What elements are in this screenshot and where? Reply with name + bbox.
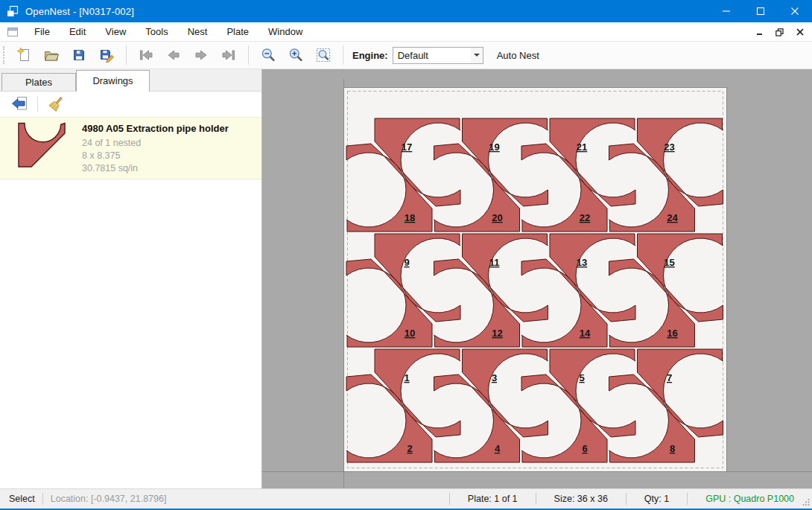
svg-text:20: 20 [492, 212, 502, 223]
nest-canvas[interactable]: 182022241719212310121416911131524681357 [262, 69, 812, 488]
go-previous-button[interactable] [162, 44, 185, 66]
drawing-title: 4980 A05 Extraction pipe holder [82, 123, 229, 134]
svg-text:9: 9 [404, 257, 409, 268]
drawing-list-item[interactable]: 4980 A05 Extraction pipe holder 24 of 1 … [0, 117, 261, 179]
toolbar-separator [37, 96, 38, 112]
svg-text:2: 2 [407, 443, 412, 454]
go-next-button[interactable] [190, 44, 212, 66]
zoom-fit-button[interactable] [312, 44, 334, 66]
resize-grip[interactable] [802, 497, 811, 506]
status-separator [626, 493, 627, 505]
go-last-icon [221, 47, 237, 63]
svg-text:4: 4 [495, 443, 501, 454]
sidebar: PlatesDrawings [0, 69, 262, 488]
status-qty: Qty: 1 [634, 494, 679, 504]
svg-text:10: 10 [405, 328, 415, 339]
toolbar-separator [343, 45, 343, 65]
drawings-toolbar [0, 92, 261, 117]
auto-nest-button[interactable]: Auto Nest [492, 47, 544, 64]
menu-nest[interactable]: Nest [178, 23, 218, 40]
open-button[interactable] [40, 44, 63, 66]
svg-text:7: 7 [667, 372, 672, 383]
svg-text:1: 1 [404, 372, 409, 383]
return-drawing-icon [10, 95, 28, 113]
svg-text:8: 8 [670, 443, 675, 454]
document-system-icon[interactable] [7, 27, 19, 37]
status-mode: Select [9, 494, 35, 504]
engine-combobox[interactable]: Default [393, 47, 483, 64]
clean-button[interactable] [45, 94, 66, 115]
new-button[interactable] [13, 44, 35, 66]
status-separator [536, 493, 536, 505]
menu-tools[interactable]: Tools [136, 23, 177, 40]
svg-text:12: 12 [492, 328, 502, 339]
drawing-nested-count: 24 of 1 nested [82, 137, 229, 149]
mdi-minimize-button[interactable] [752, 25, 767, 39]
menu-plate[interactable]: Plate [217, 23, 258, 40]
mdi-close-button[interactable] [792, 25, 808, 39]
broom-icon [47, 95, 65, 113]
app-icon [7, 5, 19, 17]
svg-text:18: 18 [405, 212, 415, 223]
zoom-in-icon [288, 47, 304, 63]
go-last-button[interactable] [218, 44, 240, 66]
toolbar-grip[interactable] [3, 46, 7, 64]
svg-text:19: 19 [489, 141, 499, 153]
svg-text:13: 13 [577, 257, 587, 268]
mdi-close-icon [796, 28, 804, 36]
maximize-icon [756, 7, 765, 16]
go-first-icon [138, 47, 154, 63]
status-separator [42, 493, 43, 505]
menu-bar: FileEditViewToolsNestPlateWindow [0, 22, 812, 42]
nest-view[interactable]: 182022241719212310121416911131524681357 [262, 69, 812, 488]
status-separator [687, 493, 688, 505]
svg-text:14: 14 [580, 328, 591, 339]
menu-file[interactable]: File [25, 23, 60, 40]
maximize-button[interactable] [743, 0, 778, 22]
drawing-item-text: 4980 A05 Extraction pipe holder 24 of 1 … [82, 123, 229, 174]
chevron-down-icon[interactable] [471, 48, 483, 63]
zoom-out-icon [260, 47, 276, 63]
toolbar-separator [248, 45, 249, 65]
status-location: Location: [-0.9437, 21.8796] [51, 494, 167, 504]
svg-text:11: 11 [489, 257, 500, 268]
mdi-restore-button[interactable] [772, 25, 787, 39]
menu-edit[interactable]: Edit [60, 23, 95, 40]
go-next-icon [193, 47, 209, 63]
close-button[interactable] [778, 0, 812, 22]
mdi-restore-icon [775, 28, 784, 36]
go-first-button[interactable] [135, 44, 157, 66]
save-button[interactable] [68, 44, 90, 66]
status-gpu: GPU : Quadro P1000 [695, 494, 802, 504]
svg-text:22: 22 [580, 212, 590, 223]
open-folder-icon [43, 47, 60, 63]
close-icon [790, 7, 799, 16]
menu-window[interactable]: Window [258, 23, 312, 40]
save-icon [71, 47, 87, 63]
engine-label: Engine: [352, 50, 388, 61]
svg-text:16: 16 [667, 328, 677, 339]
tab-drawings[interactable]: Drawings [76, 70, 150, 92]
toolbar-separator [126, 45, 127, 65]
return-drawing-button[interactable] [9, 94, 30, 115]
save-as-button[interactable] [95, 44, 118, 66]
go-previous-icon [165, 47, 182, 63]
zoom-in-button[interactable] [285, 44, 307, 66]
minimize-button[interactable] [709, 0, 743, 22]
zoom-out-button[interactable] [257, 44, 279, 66]
tab-plates[interactable]: Plates [1, 73, 76, 91]
zoom-fit-icon [315, 47, 332, 63]
engine-value: Default [393, 50, 471, 61]
content-area: PlatesDrawings [0, 69, 812, 488]
svg-text:17: 17 [402, 141, 412, 153]
menu-items: FileEditViewToolsNestPlateWindow [25, 23, 312, 40]
title-bar: OpenNest - [N0317-002] [0, 0, 812, 22]
part-thumbnail [9, 120, 74, 176]
minimize-icon [722, 7, 731, 16]
svg-text:6: 6 [582, 443, 587, 454]
svg-text:15: 15 [664, 257, 674, 268]
menu-view[interactable]: View [95, 23, 136, 40]
window-title: OpenNest - [N0317-002] [25, 6, 134, 17]
drawing-area: 30.7815 sq/in [82, 162, 229, 174]
new-document-icon [16, 47, 32, 63]
